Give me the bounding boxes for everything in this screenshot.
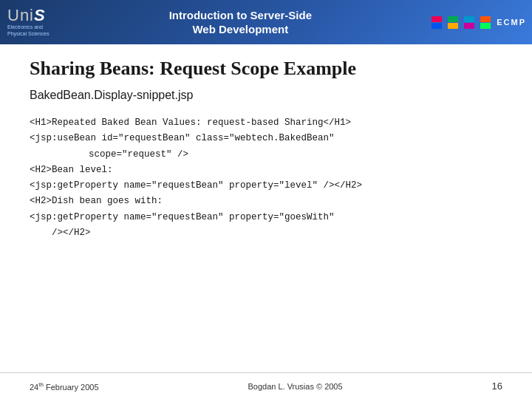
code-line-8: /></H2> <box>30 225 502 241</box>
code-line-2: <jsp:useBean id="requestBean" class="web… <box>30 131 502 146</box>
footer-page-number: 16 <box>492 381 502 392</box>
code-line-6: <H2>Dish bean goes with: <box>30 194 502 209</box>
footer-copyright: Bogdan L. Vrusias © 2005 <box>248 382 342 391</box>
ecmp-e: E <box>497 18 502 27</box>
footer: 24th February 2005 Bogdan L. Vrusias © 2… <box>0 372 532 399</box>
code-line-7: <jsp:getProperty name="requestBean" prop… <box>30 210 502 225</box>
header-title-text: Introduction to Server-Side Web Developm… <box>49 8 432 37</box>
uni-part: Uni <box>7 6 34 24</box>
header-title: Introduction to Server-Side Web Developm… <box>49 8 432 37</box>
ecmp-p: P <box>519 18 525 27</box>
header-right: E C M P <box>432 16 525 29</box>
ecmp-m: M <box>511 18 517 27</box>
unis-subtitle: Electronics and Physical Sciences <box>7 24 49 37</box>
code-line-5: <jsp:getProperty name="requestBean" prop… <box>30 178 502 194</box>
header: UniS Electronics and Physical Sciences I… <box>0 0 532 44</box>
subtitle: BakedBean.Display-snippet.jsp <box>30 89 502 102</box>
footer-date: 24th February 2005 <box>30 381 99 392</box>
main-content: Sharing Beans: Request Scope Example Bak… <box>0 44 532 248</box>
code-line-1: <H1>Repeated Baked Bean Values: request-… <box>30 115 502 131</box>
code-line-4: <H2>Bean level: <box>30 163 502 178</box>
header-left: UniS Electronics and Physical Sciences <box>7 7 49 37</box>
code-line-3: scope="request" /> <box>30 147 502 163</box>
code-block: <H1>Repeated Baked Bean Values: request-… <box>30 115 502 241</box>
page-title: Sharing Beans: Request Scope Example <box>30 58 502 80</box>
ecmp-c: C <box>504 18 510 27</box>
s-part: S <box>34 6 46 24</box>
unis-logo-text: UniS <box>7 7 46 24</box>
ecmp-logo: E C M P <box>497 18 525 27</box>
unis-logo: UniS Electronics and Physical Sciences <box>7 7 49 37</box>
